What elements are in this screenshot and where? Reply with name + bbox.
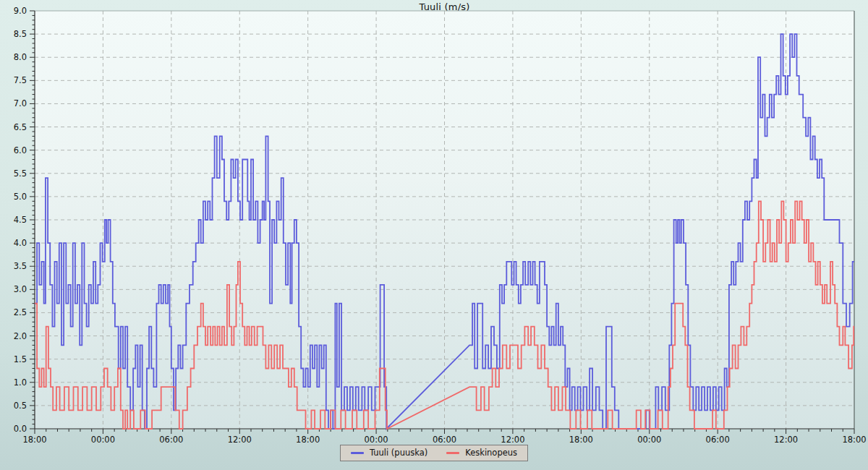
y-tick-label: 5.0 [14,192,27,202]
y-tick-label: 1.5 [14,354,27,364]
x-tick-label: 06:00 [159,435,183,445]
average-line-swatch [446,452,459,454]
x-tick-label: 00:00 [637,435,661,445]
y-tick-label: 3.0 [14,284,27,294]
y-tick-label: 8.0 [14,52,27,62]
y-tick-label: 4.5 [14,215,27,225]
y-tick-label: 7.5 [14,75,27,85]
y-tick-label: 0.5 [14,401,27,411]
y-tick-label: 0.0 [14,424,27,434]
y-tick-label: 8.5 [14,29,27,39]
x-tick-label: 00:00 [365,435,388,445]
y-tick-label: 3.5 [14,261,27,271]
y-tick-label: 5.5 [14,168,27,179]
y-tick-label: 1.0 [14,377,27,388]
legend-item-gust: Tuuli (puuska) [351,448,427,458]
weather-wind-page: { "chart_data": { "type": "line", "title… [0,0,868,470]
gust-line-swatch [351,452,364,454]
wind-chart: Tuuli (m/s) 0.00.51.01.52.02.53.03.54.04… [0,0,868,470]
x-tick-label: 00:00 [91,435,115,445]
x-tick-label: 18:00 [22,435,46,445]
y-tick-label: 7.0 [14,98,27,108]
legend-box: Tuuli (puuska) Keskinopeus [340,445,528,461]
x-tick-label: 12:00 [774,435,798,445]
plot-area: 0.00.51.01.52.02.53.03.54.04.55.05.56.06… [0,0,868,470]
x-tick-label: 12:00 [228,435,252,445]
x-tick-label: 06:00 [433,435,456,445]
legend-item-average: Keskinopeus [446,448,517,458]
x-tick-label: 18:00 [842,435,866,445]
legend-label-average: Keskinopeus [465,448,517,458]
y-tick-label: 2.5 [14,307,27,317]
x-tick-label: 12:00 [501,435,524,445]
legend: Tuuli (puuska) Keskinopeus [0,445,868,461]
legend-label-gust: Tuuli (puuska) [370,448,427,458]
y-tick-label: 2.0 [14,331,27,341]
x-tick-label: 18:00 [296,435,320,445]
y-tick-label: 6.5 [14,122,27,132]
x-tick-label: 18:00 [569,435,593,445]
y-tick-label: 4.0 [14,238,27,248]
x-tick-label: 06:00 [706,435,730,445]
y-tick-label: 6.0 [14,145,27,155]
y-tick-label: 9.0 [14,6,27,16]
